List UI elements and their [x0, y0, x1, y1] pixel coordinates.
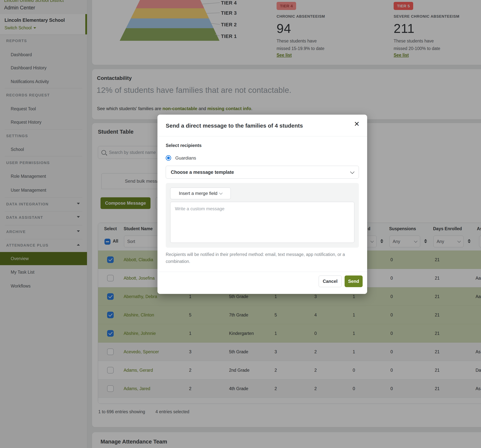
send-button[interactable]: Send — [345, 275, 363, 287]
send-message-modal: Send a direct message to the families of… — [158, 115, 367, 294]
modal-title: Send a direct message to the families of… — [166, 122, 303, 129]
message-compose-panel: Insert a merge field — [166, 183, 359, 248]
close-icon[interactable]: ✕ — [354, 121, 360, 127]
guardians-label: Guardians — [175, 155, 196, 161]
notification-note: Recipients will be notified in their pre… — [166, 251, 360, 265]
cancel-button[interactable]: Cancel — [319, 275, 342, 287]
template-dropdown-value: Choose a message template — [171, 169, 234, 175]
message-template-dropdown[interactable]: Choose a message template — [166, 166, 359, 179]
guardians-radio-row[interactable]: Guardians — [166, 155, 196, 161]
select-recipients-label: Select recipients — [166, 143, 202, 148]
chevron-down-icon — [219, 191, 223, 195]
merge-field-label: Insert a merge field — [179, 191, 217, 196]
custom-message-textarea[interactable] — [170, 202, 354, 243]
radio-selected-icon[interactable] — [166, 155, 171, 161]
insert-merge-field-button[interactable]: Insert a merge field — [170, 188, 231, 199]
divider — [158, 136, 367, 137]
chevron-down-icon — [350, 169, 354, 174]
